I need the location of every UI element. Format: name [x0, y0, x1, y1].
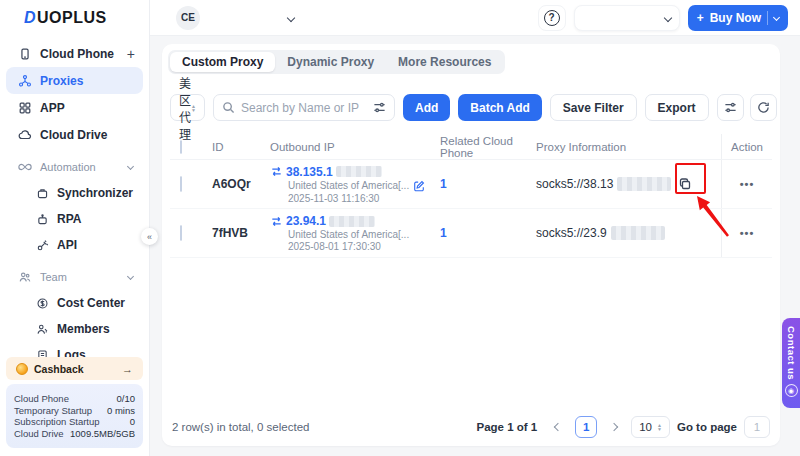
- sidebar-item-label: Cost Center: [57, 296, 125, 310]
- stat-cloud-drive: Cloud Drive 1009.5MB/5GB: [14, 428, 135, 439]
- related-cloud-phone-link[interactable]: 1: [432, 177, 528, 191]
- synchronizer-icon: [36, 187, 49, 200]
- column-header-action: Action: [721, 134, 772, 159]
- sidebar-item-cloud-phone[interactable]: Cloud Phone +: [0, 40, 149, 67]
- page-size-select[interactable]: 10 ▲▼: [631, 416, 670, 438]
- sidebar-item-members[interactable]: Members: [0, 316, 149, 342]
- tab-dynamic-proxy[interactable]: Dynamic Proxy: [275, 52, 386, 72]
- sidebar-item-api[interactable]: API: [0, 232, 149, 258]
- ip-datetime: 2025-08-01 17:30:30: [288, 241, 432, 252]
- refresh-button[interactable]: [750, 94, 777, 121]
- cashback-banner[interactable]: Cashback →: [6, 357, 143, 380]
- ip-prefix: 38.135.1: [286, 165, 333, 179]
- proxy-prefix: socks5://23.9: [536, 226, 607, 240]
- search-input[interactable]: [241, 101, 367, 115]
- copy-icon[interactable]: [675, 174, 695, 194]
- sidebar-collapse-button[interactable]: «: [141, 228, 158, 245]
- app-grid-icon: [18, 101, 32, 115]
- previous-page-button[interactable]: [548, 417, 568, 437]
- cost-center-icon: [36, 297, 49, 310]
- sidebar-item-cost-center[interactable]: Cost Center: [0, 290, 149, 316]
- ip-prefix: 23.94.1: [286, 214, 326, 228]
- export-button[interactable]: Export: [645, 94, 709, 121]
- row-actions-button[interactable]: •••: [721, 160, 772, 208]
- row-id: A6OQr: [204, 177, 262, 191]
- column-header-id: ID: [204, 141, 262, 153]
- ip-location: United States of America[...: [288, 180, 409, 191]
- edit-icon[interactable]: [413, 180, 425, 192]
- usage-stats-card: Cloud Phone 0/10 Temporary Startup 0 min…: [6, 384, 143, 448]
- api-icon: [36, 239, 49, 252]
- column-header-proxy-info: Proxy Information: [528, 141, 721, 153]
- account-selector[interactable]: [574, 5, 680, 31]
- stat-value: 0: [130, 416, 135, 427]
- swap-ip-icon[interactable]: [270, 165, 283, 178]
- sidebar-nav: Cloud Phone + Proxies APP Cloud Drive Au…: [0, 36, 149, 368]
- members-icon: [36, 323, 49, 336]
- automation-icon: [18, 160, 32, 174]
- sidebar-item-synchronizer[interactable]: Synchronizer: [0, 180, 149, 206]
- workspace-badge[interactable]: CE: [176, 6, 200, 30]
- sidebar-item-label: Proxies: [40, 74, 83, 88]
- sidebar-item-rpa[interactable]: RPA: [0, 206, 149, 232]
- search-icon: [222, 101, 235, 114]
- topbar-right: ? + Buy Now: [538, 5, 800, 31]
- goto-page-input[interactable]: [744, 416, 770, 438]
- help-button[interactable]: ?: [538, 5, 566, 31]
- topbar: CE ? + Buy Now: [150, 0, 800, 36]
- stat-label: Cloud Phone: [14, 393, 69, 404]
- stat-label: Subscription Startup: [14, 416, 100, 427]
- row-actions-button[interactable]: •••: [721, 209, 772, 257]
- contact-us-tab[interactable]: Contact us ◉: [782, 318, 800, 408]
- column-settings-button[interactable]: [717, 94, 744, 121]
- logo-text: UOPLUS: [37, 9, 107, 27]
- tab-custom-proxy[interactable]: Custom Proxy: [170, 52, 275, 72]
- goto-page-label: Go to page: [677, 421, 737, 433]
- stat-cloud-phone: Cloud Phone 0/10: [14, 393, 135, 404]
- sidebar-item-proxies[interactable]: Proxies: [6, 67, 143, 94]
- stat-value: 0/10: [117, 393, 136, 404]
- ip-location: United States of America[...: [288, 229, 409, 240]
- sidebar-item-label: API: [57, 238, 77, 252]
- next-page-button[interactable]: [604, 417, 624, 437]
- redacted-proxy: [611, 226, 665, 240]
- table-row: 7fHVB 23.94.1 United States of America[.…: [170, 209, 772, 258]
- search-box: [213, 94, 395, 121]
- sidebar-section-automation[interactable]: Automation: [0, 153, 149, 180]
- add-cloud-phone-button[interactable]: +: [127, 46, 135, 62]
- tab-more-resources[interactable]: More Resources: [386, 52, 503, 72]
- proxy-info-cell: socks5://38.13: [528, 174, 721, 194]
- help-icon: ?: [544, 10, 560, 26]
- chevron-down-icon: [663, 13, 671, 21]
- save-filter-button[interactable]: Save Filter: [550, 94, 637, 121]
- duoplus-logo: DUOPLUS: [0, 0, 149, 36]
- add-button[interactable]: Add: [403, 94, 450, 121]
- row-checkbox[interactable]: [180, 225, 182, 241]
- region-filter-select[interactable]: 美区代理 ▲▼: [170, 94, 205, 121]
- sidebar-item-label: Cloud Phone: [40, 47, 114, 61]
- buy-now-label: Buy Now: [710, 11, 761, 25]
- batch-add-button[interactable]: Batch Add: [458, 94, 542, 121]
- table-row: A6OQr 38.135.1 United States of America[…: [170, 160, 772, 209]
- current-page-button[interactable]: 1: [575, 416, 597, 438]
- filter-toolbar: 美区代理 ▲▼ Add Batch Add Save Filter Export: [170, 94, 772, 121]
- chevron-down-icon: [127, 273, 134, 280]
- sidebar-section-team[interactable]: Team: [0, 263, 149, 290]
- workspace-chevron-down-icon[interactable]: [287, 13, 295, 21]
- related-cloud-phone-link[interactable]: 1: [432, 226, 528, 240]
- row-checkbox[interactable]: [180, 176, 182, 192]
- stat-label: Cloud Drive: [14, 428, 64, 439]
- sidebar-item-cloud-drive[interactable]: Cloud Drive: [0, 121, 149, 148]
- select-all-checkbox[interactable]: [180, 140, 182, 154]
- sidebar-item-label: Cloud Drive: [40, 128, 107, 142]
- sidebar-item-app[interactable]: APP: [0, 94, 149, 121]
- buy-now-button[interactable]: + Buy Now: [688, 5, 788, 31]
- select-stepper-icon: ▲▼: [191, 104, 196, 112]
- chevron-down-icon: [127, 163, 134, 170]
- swap-ip-icon[interactable]: [270, 215, 283, 228]
- rpa-robot-icon: [36, 213, 49, 226]
- buy-now-chevron-down-icon[interactable]: [773, 14, 780, 21]
- stat-label: Temporary Startup: [14, 405, 92, 416]
- advanced-filter-icon[interactable]: [373, 101, 386, 114]
- page-size-value: 10: [639, 421, 652, 433]
